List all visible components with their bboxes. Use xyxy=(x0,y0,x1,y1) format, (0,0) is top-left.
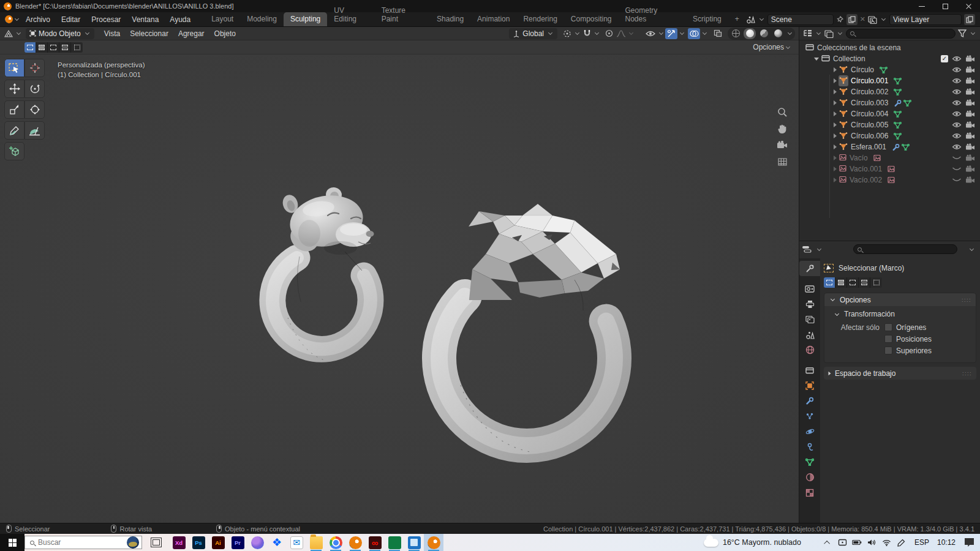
workspace-tab-geometry-nodes[interactable]: Geometry Nodes xyxy=(619,4,687,26)
eye-open-icon[interactable] xyxy=(952,67,962,73)
properties-tab-tool[interactable] xyxy=(799,261,820,276)
camera-visibility-icon[interactable] xyxy=(965,77,975,84)
workspace-tab-uv-editing[interactable]: UV Editing xyxy=(327,4,374,26)
wifi-icon[interactable] xyxy=(881,538,892,548)
select-mode-intersect[interactable] xyxy=(870,277,882,288)
disclosure-icon[interactable] xyxy=(834,67,837,72)
pin-icon[interactable] xyxy=(836,15,844,23)
taskbar-search[interactable] xyxy=(24,536,142,549)
properties-tab-output[interactable] xyxy=(799,296,820,312)
properties-tab-constraints[interactable] xyxy=(799,439,820,454)
checkbox-posiciones[interactable] xyxy=(884,335,892,343)
taskbar-app-blender-active[interactable] xyxy=(424,534,443,551)
properties-tab-world[interactable] xyxy=(799,342,820,358)
options-panel-header[interactable]: Opciones :::: xyxy=(824,293,976,306)
properties-tab-modifiers[interactable] xyxy=(799,393,820,408)
task-view-button[interactable] xyxy=(151,538,162,547)
panel-grip-icon[interactable]: :::: xyxy=(962,370,972,377)
scale-tool[interactable] xyxy=(4,100,24,119)
checkbox-or-genes[interactable] xyxy=(884,323,892,331)
outliner-row-c-rculo[interactable]: Círculo xyxy=(799,64,980,75)
chevron-down-icon[interactable] xyxy=(970,246,974,250)
start-button[interactable] xyxy=(0,534,24,551)
camera-visibility-icon[interactable] xyxy=(965,143,975,151)
pan-hand-button[interactable] xyxy=(775,122,789,135)
taskbar-clock[interactable]: 10:12 xyxy=(937,538,956,547)
properties-tab-particles[interactable] xyxy=(799,408,820,424)
volume-icon[interactable] xyxy=(867,538,877,548)
unlink-scene-icon[interactable]: ✕ xyxy=(860,15,865,23)
filter-icon[interactable] xyxy=(958,29,967,37)
eye-open-icon[interactable] xyxy=(952,89,962,95)
taskbar-app-blender[interactable] xyxy=(345,534,365,551)
outliner-row-vac-o[interactable]: Vacío xyxy=(799,152,980,163)
taskbar-app-premiere[interactable]: Pr xyxy=(228,534,247,551)
outliner-display-mode-icon[interactable] xyxy=(803,29,812,37)
checkbox-superiores[interactable] xyxy=(884,347,892,354)
properties-tab-physics[interactable] xyxy=(799,424,820,439)
search-highlight-globe[interactable] xyxy=(127,536,139,549)
shading-wireframe-icon[interactable] xyxy=(729,28,742,39)
camera-visibility-icon[interactable] xyxy=(965,154,975,162)
outliner-row-scene-collection[interactable]: Colecciones de la escena xyxy=(799,42,980,53)
outliner-row-c-rculo-002[interactable]: Círculo.002 xyxy=(799,86,980,97)
properties-tab-object-data[interactable] xyxy=(799,454,820,470)
disclosure-icon[interactable] xyxy=(834,144,837,149)
taskbar-app-chrome[interactable] xyxy=(326,534,345,551)
add-cube-tool[interactable] xyxy=(4,142,24,160)
outliner-row-vac-o-002[interactable]: Vacío.002 xyxy=(799,174,980,186)
view-layer-icon[interactable] xyxy=(868,15,877,24)
workspace-tab-compositing[interactable]: Compositing xyxy=(564,12,619,26)
workspace-panel-header[interactable]: Espacio de trabajo :::: xyxy=(824,367,976,380)
orthographic-toggle-button[interactable] xyxy=(775,155,789,168)
add-workspace-tab[interactable]: + xyxy=(728,12,746,26)
properties-tab-material[interactable] xyxy=(799,470,820,485)
select-mode-extend[interactable] xyxy=(835,277,847,288)
disclosure-icon[interactable] xyxy=(834,122,837,127)
pivot-point-dropdown[interactable] xyxy=(561,28,573,39)
camera-visibility-icon[interactable] xyxy=(965,176,975,184)
notification-center-icon[interactable] xyxy=(965,538,974,547)
tool-options-dropdown[interactable]: Opciones xyxy=(753,43,794,51)
eye-open-icon[interactable] xyxy=(952,56,962,62)
eye-open-icon[interactable] xyxy=(952,111,962,117)
properties-tab-texture[interactable] xyxy=(799,485,820,500)
taskbar-app-illustrator[interactable]: Ai xyxy=(208,534,228,551)
taskbar-app-excel[interactable] xyxy=(385,534,404,551)
taskbar-app-explorer[interactable] xyxy=(306,534,326,551)
eye-closed-icon[interactable] xyxy=(952,177,962,183)
taskbar-app-photoshop[interactable]: Ps xyxy=(189,534,208,551)
outliner-row-esfera-001[interactable]: Esfera.001 xyxy=(799,141,980,152)
rotate-tool[interactable] xyxy=(24,80,45,98)
properties-tab-view-layer[interactable] xyxy=(799,312,820,327)
device-icon[interactable] xyxy=(837,538,848,548)
proportional-editing-icon[interactable] xyxy=(603,28,615,39)
transform-subpanel-header[interactable]: Transformación xyxy=(824,306,976,320)
pen-icon[interactable] xyxy=(896,538,907,548)
workspace-tab-rendering[interactable]: Rendering xyxy=(516,12,564,26)
workspace-tab-sculpting[interactable]: Sculpting xyxy=(284,12,327,26)
eye-open-icon[interactable] xyxy=(952,122,962,128)
camera-visibility-icon[interactable] xyxy=(965,132,975,140)
taskbar-app-xd[interactable]: Xd xyxy=(169,534,189,551)
outliner-row-c-rculo-001[interactable]: Círculo.001 xyxy=(799,75,980,86)
transform-tool[interactable] xyxy=(24,100,45,119)
scene-icon[interactable] xyxy=(746,15,755,24)
eye-open-icon[interactable] xyxy=(952,100,962,106)
outliner-row-collection[interactable]: Collection✓ xyxy=(799,53,980,64)
taskbar-app-photos[interactable] xyxy=(404,534,424,551)
taskbar-app-acrobat[interactable] xyxy=(365,534,385,551)
select-mode-subtract[interactable] xyxy=(48,42,59,53)
eye-open-icon[interactable] xyxy=(952,133,962,139)
properties-tab-scene[interactable] xyxy=(799,327,820,342)
menu-ventana[interactable]: Ventana xyxy=(126,13,164,26)
collection-checkbox[interactable]: ✓ xyxy=(941,55,948,62)
outliner-row-c-rculo-006[interactable]: Círculo.006 xyxy=(799,130,980,141)
camera-visibility-icon[interactable] xyxy=(965,110,975,118)
panel-grip-icon[interactable]: :::: xyxy=(962,297,971,303)
outliner-restriction-icon[interactable] xyxy=(824,29,834,38)
select-mode-new[interactable] xyxy=(24,42,36,53)
zoom-button[interactable] xyxy=(775,105,789,119)
falloff-curve-icon[interactable] xyxy=(615,28,627,39)
menu-procesar[interactable]: Procesar xyxy=(86,13,126,26)
